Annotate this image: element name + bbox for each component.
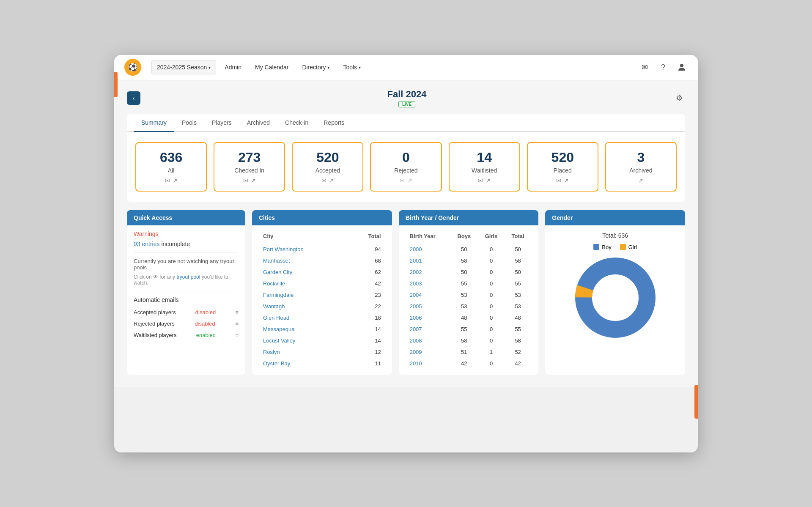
stat-waitlisted-number: 14: [458, 150, 511, 165]
stat-placed[interactable]: 520 Placed ✉ ↗: [527, 142, 598, 192]
tab-reports[interactable]: Reports: [316, 114, 352, 132]
export-icon[interactable]: ↗: [564, 177, 569, 184]
birth-year-value[interactable]: 2002: [406, 267, 450, 277]
stat-waitlisted[interactable]: 14 Waitlisted ✉ ↗: [449, 142, 520, 192]
export-icon[interactable]: ↗: [173, 177, 178, 184]
birth-year-value[interactable]: 2003: [406, 278, 450, 289]
birth-year-row: 200250050: [406, 267, 531, 277]
email-icon[interactable]: ✉: [165, 177, 170, 184]
boys-count: 51: [450, 347, 477, 357]
girls-count: 0: [478, 244, 504, 255]
birth-year-value[interactable]: 2009: [406, 347, 450, 357]
girls-count: 0: [478, 324, 504, 334]
stat-archived-number: 3: [614, 150, 667, 165]
stat-all[interactable]: 636 All ✉ ↗: [135, 142, 207, 192]
tryout-pool-link[interactable]: tryout pool: [176, 274, 200, 280]
total-col-header: Total: [348, 231, 384, 243]
stat-rejected[interactable]: 0 Rejected ✉ ↗: [370, 142, 442, 192]
stat-accepted-label: Accepted: [301, 167, 354, 174]
waitlisted-players-status[interactable]: enabled: [196, 332, 216, 338]
tab-players[interactable]: Players: [204, 114, 239, 132]
city-name[interactable]: Port Washington: [260, 244, 347, 255]
stat-checkedin[interactable]: 273 Checked In ✉ ↗: [214, 142, 285, 192]
admin-link[interactable]: Admin: [219, 60, 247, 74]
birth-year-value[interactable]: 2006: [406, 312, 450, 323]
stat-accepted[interactable]: 520 Accepted ✉ ↗: [292, 142, 363, 192]
stat-archived-icons: ↗: [614, 177, 667, 184]
waitlisted-players-label: Waitlisted players: [134, 332, 176, 338]
email-icon[interactable]: ✉: [243, 177, 248, 184]
mail-icon[interactable]: ✉: [639, 61, 650, 73]
birth-year-panel: Birth Year / Gender Birth Year Boys Girl…: [399, 210, 539, 375]
birth-year-row: 200158058: [406, 255, 531, 266]
tab-summary[interactable]: Summary: [134, 114, 174, 132]
birth-year-value[interactable]: 2001: [406, 255, 450, 266]
directory-link[interactable]: Directory: [297, 60, 335, 74]
warnings-link[interactable]: Warnings: [134, 230, 239, 237]
user-icon[interactable]: [676, 61, 688, 73]
city-row: Massapequa14: [260, 324, 384, 334]
stat-rejected-icons: ✉ ↗: [379, 177, 432, 184]
city-name[interactable]: Rockville: [260, 278, 347, 289]
email-icon[interactable]: ✉: [321, 177, 326, 184]
email-icon[interactable]: ✉: [478, 177, 483, 184]
accepted-players-label: Accepted players: [134, 309, 176, 315]
stat-archived[interactable]: 3 Archived ↗: [605, 142, 677, 192]
email-icon[interactable]: ✉: [400, 177, 405, 184]
birth-year-value[interactable]: 2008: [406, 335, 450, 346]
boys-count: 53: [450, 301, 477, 312]
tab-archived[interactable]: Archived: [239, 114, 277, 132]
city-row: Roslyn12: [260, 347, 384, 357]
rejected-players-status[interactable]: disabled: [195, 321, 215, 327]
city-name[interactable]: Locust Valley: [260, 335, 347, 346]
birth-year-value[interactable]: 2004: [406, 290, 450, 300]
export-icon[interactable]: ↗: [638, 177, 643, 184]
city-name[interactable]: Roslyn: [260, 347, 347, 357]
cities-panel: Cities City Total Port Washington94Manha…: [252, 210, 392, 375]
city-name[interactable]: Garden City: [260, 267, 347, 277]
waitlisted-menu-icon[interactable]: ≡: [235, 332, 239, 338]
city-name[interactable]: Glen Head: [260, 312, 347, 323]
export-icon[interactable]: ↗: [486, 177, 491, 184]
back-button[interactable]: ‹: [127, 91, 140, 105]
stat-all-icons: ✉ ↗: [145, 177, 198, 184]
city-name[interactable]: Massapequa: [260, 324, 347, 334]
birth-year-value[interactable]: 2010: [406, 358, 450, 369]
logo-icon[interactable]: ⚽: [124, 59, 141, 76]
tools-link[interactable]: Tools: [338, 60, 366, 74]
birth-year-value[interactable]: 2005: [406, 301, 450, 312]
export-icon[interactable]: ↗: [251, 177, 256, 184]
settings-icon[interactable]: ⚙: [673, 92, 685, 104]
accepted-menu-icon[interactable]: ≡: [235, 309, 239, 315]
boys-count: 50: [450, 267, 477, 277]
city-name[interactable]: Oyster Bay: [260, 358, 347, 369]
tab-pools[interactable]: Pools: [174, 114, 204, 132]
by-total: 52: [505, 347, 531, 357]
season-selector[interactable]: 2024-2025 Season: [151, 60, 216, 74]
my-calendar-link[interactable]: My Calendar: [250, 60, 294, 74]
gender-donut: [573, 255, 658, 340]
boy-legend-item: Boy: [593, 244, 611, 250]
email-icon[interactable]: ✉: [556, 177, 561, 184]
stat-archived-label: Archived: [614, 167, 667, 174]
birth-year-body: Birth Year Boys Girls Total 200050050200…: [399, 225, 539, 375]
gender-body: Total: 636 Boy Girl: [545, 225, 685, 347]
city-name[interactable]: Farmingdale: [260, 290, 347, 300]
help-icon[interactable]: ?: [657, 61, 669, 73]
girls-count: 0: [478, 278, 504, 289]
birth-year-value[interactable]: 2007: [406, 324, 450, 334]
by-total: 48: [505, 312, 531, 323]
svg-point-1: [584, 266, 647, 329]
tab-checkin[interactable]: Check-in: [277, 114, 316, 132]
entries-link[interactable]: 93 entries: [134, 241, 159, 247]
rejected-menu-icon[interactable]: ≡: [235, 321, 239, 327]
city-name[interactable]: Wantagh: [260, 301, 347, 312]
accepted-players-status[interactable]: disabled: [195, 309, 216, 315]
export-icon[interactable]: ↗: [407, 177, 412, 184]
city-name[interactable]: Manhasset: [260, 255, 347, 266]
boys-count: 55: [450, 278, 477, 289]
export-icon[interactable]: ↗: [329, 177, 334, 184]
by-total: 53: [505, 301, 531, 312]
birth-year-row: 200050050: [406, 244, 531, 255]
birth-year-value[interactable]: 2000: [406, 244, 450, 255]
